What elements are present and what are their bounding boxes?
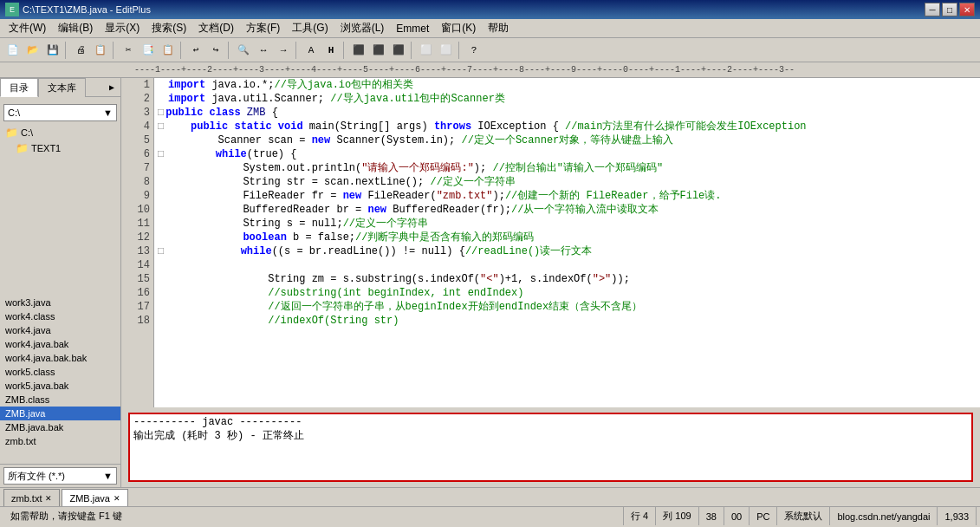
file-item[interactable]: zmb.txt: [0, 434, 120, 448]
menu-tools[interactable]: 工具(G): [287, 20, 333, 37]
tool4[interactable]: 📋: [91, 41, 110, 60]
code-line: import java.io.*;//导入java.io包中的相关类: [158, 78, 980, 92]
menu-search[interactable]: 搜索(S): [146, 20, 191, 37]
folder-icon: 📁: [5, 127, 18, 139]
print-button[interactable]: 🖨: [71, 41, 90, 60]
fold-icon[interactable]: □: [158, 245, 164, 257]
fold-icon[interactable]: □: [158, 107, 164, 119]
wrap2[interactable]: ⬜: [437, 41, 456, 60]
format3[interactable]: ⬛: [389, 41, 408, 60]
tab-directory[interactable]: 目录: [0, 78, 38, 97]
window-title: C:\TEXT1\ZMB.java - EditPlus: [23, 4, 151, 15]
font-button[interactable]: A: [302, 41, 321, 60]
code-line: //indexOf(String str): [158, 314, 980, 328]
code-content[interactable]: import java.io.*;//导入java.io包中的相关类import…: [154, 78, 980, 407]
file-item[interactable]: work4.class: [0, 309, 120, 323]
wrap1[interactable]: ⬜: [417, 41, 436, 60]
toolbar-separator-8: [458, 42, 462, 59]
menu-project[interactable]: 方案(F): [241, 20, 285, 37]
copy-button[interactable]: 📑: [139, 41, 158, 60]
tab-zmb-txt[interactable]: zmb.txt ✕: [3, 489, 60, 506]
folder-icon-2: 📁: [16, 142, 29, 154]
maximize-button[interactable]: □: [942, 3, 957, 16]
sidebar-arrow[interactable]: ▶: [103, 78, 120, 96]
save-button[interactable]: 💾: [43, 41, 62, 60]
close-button[interactable]: ✕: [959, 3, 975, 16]
menu-edit[interactable]: 编辑(B): [53, 20, 98, 37]
find-button[interactable]: 🔍: [234, 41, 253, 60]
status-size: 1,933: [938, 507, 977, 525]
code-line: □ public static void main(String[] args)…: [158, 120, 980, 133]
file-item[interactable]: ZMB.class: [0, 393, 120, 407]
dropdown-arrow-icon: ▼: [103, 107, 113, 118]
code-line: String s = null;//定义一个字符串: [158, 217, 980, 231]
fold-icon[interactable]: □: [158, 120, 164, 133]
file-item[interactable]: ZMB.java: [0, 407, 120, 420]
line-number: 4: [125, 120, 150, 133]
file-item[interactable]: work5.class: [0, 365, 120, 379]
open-button[interactable]: 📂: [23, 41, 42, 60]
minimize-button[interactable]: ─: [925, 3, 940, 16]
line-number: 18: [125, 314, 150, 328]
goto-button[interactable]: →: [274, 41, 293, 60]
code-line: □ while((s = br.readLine()) != null) {//…: [158, 244, 980, 258]
file-item[interactable]: ZMB.java.bak: [0, 420, 120, 434]
line-number: 13: [125, 244, 150, 258]
line-number: 3: [125, 106, 150, 120]
menu-file[interactable]: 文件(W): [3, 20, 51, 37]
line-numbers: 123456789101112131415161718: [121, 78, 154, 407]
code-line: □public class ZMB {: [158, 106, 980, 120]
replace-button[interactable]: ↔: [254, 41, 273, 60]
cut-button[interactable]: ✂: [119, 41, 138, 60]
menu-bar: 文件(W) 编辑(B) 显示(X) 搜索(S) 文档(D) 方案(F) 工具(G…: [0, 19, 980, 38]
bold-button[interactable]: H: [321, 41, 341, 60]
menu-browser[interactable]: 浏览器(L): [335, 20, 390, 37]
sidebar-tabs: 目录 文本库 ▶: [0, 78, 120, 97]
format1[interactable]: ⬛: [349, 41, 368, 60]
menu-help[interactable]: 帮助: [483, 20, 514, 37]
tab-textlib[interactable]: 文本库: [38, 78, 86, 97]
line-number: 2: [125, 92, 150, 106]
menu-emmet[interactable]: Emmet: [391, 20, 434, 37]
title-bar: E C:\TEXT1\ZMB.java - EditPlus ─ □ ✕: [0, 0, 980, 19]
file-item[interactable]: work4.java.bak: [0, 337, 120, 351]
line-number: 10: [125, 203, 150, 217]
format2[interactable]: ⬛: [369, 41, 388, 60]
file-list: work3.javawork4.classwork4.javawork4.jav…: [0, 296, 120, 465]
file-item[interactable]: work3.java: [0, 296, 120, 309]
file-item[interactable]: work4.java.bak.bak: [0, 351, 120, 365]
menu-doc[interactable]: 文档(D): [193, 20, 239, 37]
output-panel: ---------- javac ---------- 输出完成 (耗时 3 秒…: [128, 413, 973, 482]
toolbar-separator-3: [180, 42, 184, 59]
tab-close-icon[interactable]: ✕: [45, 494, 52, 503]
redo-button[interactable]: ↪: [206, 41, 225, 60]
fold-icon[interactable]: □: [158, 148, 164, 160]
code-editor[interactable]: 123456789101112131415161718 import java.…: [121, 78, 980, 407]
tree-item-text1[interactable]: 📁 TEXT1: [2, 140, 119, 156]
status-url: blog.csdn.net/yangdai: [830, 507, 938, 525]
tab-close-icon-2[interactable]: ✕: [114, 494, 120, 503]
toolbar: 📄 📂 💾 🖨 📋 ✂ 📑 📋 ↩ ↪ 🔍 ↔ → A H ⬛ ⬛ ⬛ ⬜ ⬜ …: [0, 38, 980, 62]
file-item[interactable]: work5.java.bak: [0, 379, 120, 393]
code-line: FileReader fr = new FileReader("zmb.txt"…: [158, 189, 980, 203]
file-item[interactable]: work4.java: [0, 323, 120, 337]
menu-view[interactable]: 显示(X): [100, 20, 145, 37]
ruler: ----1----+----2----+----3----+----4----+…: [0, 62, 980, 78]
status-row: 行 4: [624, 507, 656, 525]
code-line: import java.util.Scanner; //导入java.util包…: [158, 92, 980, 106]
line-number: 5: [125, 133, 150, 147]
help-button[interactable]: ?: [464, 41, 484, 60]
sidebar-drive-dropdown[interactable]: C:\ ▼: [3, 104, 117, 121]
tab-zmb-java[interactable]: ZMB.java ✕: [62, 489, 127, 506]
line-number: 9: [125, 189, 150, 203]
tree-item-c[interactable]: 📁 C:\: [2, 125, 119, 140]
undo-button[interactable]: ↩: [186, 41, 205, 60]
toolbar-separator-1: [65, 42, 68, 59]
code-line: String zm = s.substring(s.indexOf("<")+1…: [158, 272, 980, 286]
main-layout: 目录 文本库 ▶ C:\ ▼ 📁 C:\ 📁 TEXT1 work3.javaw…: [0, 78, 980, 487]
filter-dropdown[interactable]: 所有文件 (*.*) ▼: [3, 467, 117, 485]
paste-button[interactable]: 📋: [159, 41, 178, 60]
new-button[interactable]: 📄: [3, 41, 23, 60]
menu-window[interactable]: 窗口(K): [436, 20, 481, 37]
status-col: 列 109: [656, 507, 698, 525]
